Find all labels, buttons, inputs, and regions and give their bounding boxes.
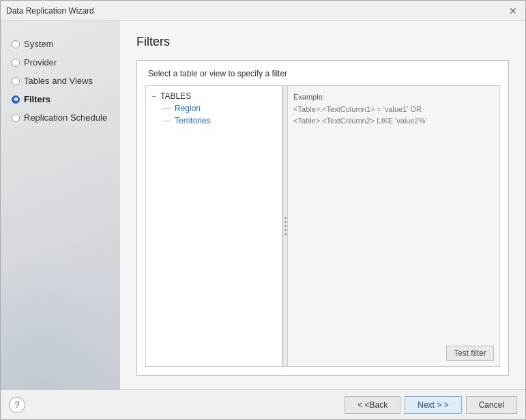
bottom-buttons: < <Back Next > > Cancel — [345, 396, 517, 414]
panel-body: − TABLES — Region — Territories — [145, 85, 500, 367]
cancel-button[interactable]: Cancel — [466, 396, 517, 414]
filter-pane: Example: <Table>.<TextColumn1> = 'value1… — [288, 86, 499, 366]
panel-header: Select a table or view to specify a filt… — [145, 69, 500, 78]
sidebar-label-system: System — [24, 39, 53, 49]
sidebar-bullet-system — [12, 40, 20, 48]
window-title: Data Replication Wizard — [6, 6, 94, 16]
sidebar-bullet-replication-schedule — [12, 114, 20, 122]
tree-label-region: Region — [175, 104, 201, 113]
test-filter-button[interactable]: Test filter — [446, 346, 494, 361]
page-title: Filters — [136, 35, 509, 49]
sidebar-item-replication-schedule[interactable]: Replication Schedule — [1, 108, 120, 127]
splitter-dot-4 — [284, 229, 287, 231]
main-content: Filters Select a table or view to specif… — [120, 21, 525, 389]
sidebar-item-provider[interactable]: Provider — [1, 53, 120, 72]
close-button[interactable]: ✕ — [506, 4, 520, 18]
next-button[interactable]: Next > > — [405, 396, 461, 414]
splitter-dot-1 — [284, 217, 287, 219]
tree-label-territories: Territories — [175, 116, 211, 125]
sidebar-bullet-filters — [12, 95, 20, 104]
sidebar-item-system[interactable]: System — [1, 35, 120, 53]
sidebar-bullet-tables-views — [12, 77, 20, 85]
sidebar-item-tables-views[interactable]: Tables and Views — [1, 72, 120, 90]
sidebar-label-replication-schedule: Replication Schedule — [24, 112, 107, 123]
splitter-dot-2 — [284, 221, 287, 223]
sidebar-label-provider: Provider — [24, 57, 57, 68]
filter-example: Example: <Table>.<TextColumn1> = 'value1… — [293, 91, 494, 127]
sidebar-label-tables-views: Tables and Views — [24, 76, 93, 86]
expand-icon: − — [150, 93, 158, 100]
vertical-splitter[interactable] — [282, 86, 288, 366]
splitter-dot-5 — [284, 233, 287, 235]
example-label: Example: — [293, 93, 325, 101]
tree-root-label: TABLES — [160, 91, 191, 101]
example-line2: <Table>.<TextColumn2> LIKE 'value2%' — [293, 117, 427, 125]
back-button[interactable]: < <Back — [345, 396, 400, 414]
sidebar: System Provider Tables and Views Filters… — [1, 21, 120, 389]
sidebar-label-filters: Filters — [24, 94, 50, 104]
tree-child-region[interactable]: — Region — [149, 102, 279, 115]
bottom-bar: ? < <Back Next > > Cancel — [1, 389, 525, 419]
splitter-dot-3 — [284, 225, 287, 227]
example-line1: <Table>.<TextColumn1> = 'value1' OR — [293, 105, 422, 113]
wizard-window: Data Replication Wizard ✕ System Provide… — [0, 0, 526, 420]
sidebar-item-filters[interactable]: Filters — [1, 90, 120, 108]
title-bar: Data Replication Wizard ✕ — [1, 1, 525, 21]
filter-textarea[interactable] — [293, 127, 494, 346]
window-content: System Provider Tables and Views Filters… — [1, 21, 525, 389]
help-button[interactable]: ? — [9, 397, 25, 413]
tree-pane: − TABLES — Region — Territories — [146, 86, 282, 366]
sidebar-bullet-provider — [12, 59, 20, 67]
tree-dash-region: — — [162, 104, 171, 113]
tree-dash-territories: — — [162, 116, 171, 125]
tree-root[interactable]: − TABLES — [149, 90, 279, 102]
filters-panel: Select a table or view to specify a filt… — [136, 60, 509, 376]
tree-child-territories[interactable]: — Territories — [149, 115, 279, 127]
